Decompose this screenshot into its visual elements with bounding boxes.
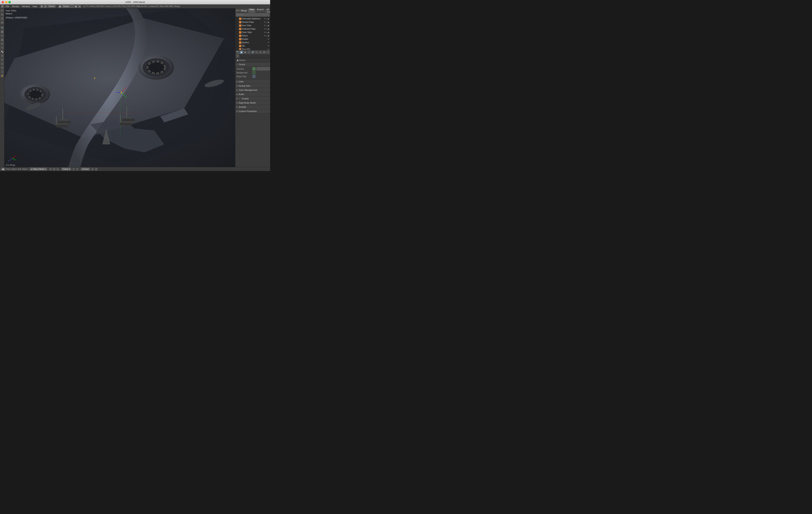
tab-all-scenes[interactable]: All Scenes — [265, 8, 270, 13]
toolbar-surface[interactable]: ◉ — [0, 38, 4, 42]
screen-icon[interactable]: ⊡ — [44, 5, 47, 8]
menu-window[interactable]: Window — [21, 5, 31, 8]
toolbar-speaker[interactable]: ♪ — [0, 70, 4, 74]
toolbar-cursor[interactable]: ↖ — [0, 9, 4, 12]
render-icon[interactable]: ▷ — [266, 25, 267, 27]
tool-btn1[interactable]: ◎ — [91, 168, 94, 171]
toolbar-text[interactable]: T — [0, 46, 4, 50]
camera-color[interactable] — [252, 67, 256, 71]
viewport[interactable]: User Ortho Meters SStatus: UNDEFINED X Y… — [4, 8, 235, 167]
prop-particles-btn[interactable]: ⁛ — [266, 50, 270, 54]
render-icon[interactable]: ▷ — [266, 18, 267, 20]
toolbar-empty[interactable]: ✦ — [0, 58, 4, 62]
sel-icon[interactable]: ▣ — [267, 28, 269, 30]
outliner-item-pylons[interactable]: ▽ Pylons 👁 ▷ ▣ — [235, 34, 270, 37]
tool-btn2[interactable]: ⊞ — [94, 168, 98, 171]
section-header-simplify[interactable]: ▶ Simplify — [235, 105, 270, 109]
scene-icon[interactable]: ▣ — [58, 5, 61, 8]
outliner-item-rudder[interactable]: ▽ Rudder 👁 — [235, 37, 270, 41]
toolbar-camera[interactable]: ▷ — [0, 62, 4, 65]
sel-icon[interactable]: ▣ — [267, 25, 269, 27]
render-icon[interactable]: ▷ — [266, 35, 267, 37]
snap-btn[interactable]: ⊕ — [49, 168, 52, 171]
outliner-item-inner-slats[interactable]: ▽ Inner Slats 👁 ▷ ▣ — [235, 24, 270, 27]
outliner-search[interactable] — [236, 13, 269, 17]
outliner-item-tires[interactable]: ▽ Tires.003 👁 — [235, 48, 270, 50]
toolbar-lattice[interactable]: # — [0, 54, 4, 58]
sel-icon[interactable]: ▣ — [267, 35, 269, 37]
vis-icon[interactable]: 👁 — [267, 38, 269, 40]
toolbar-render[interactable]: 📷 — [0, 26, 4, 30]
section-header-rigid-body[interactable]: ▶ Rigid Body World — [235, 101, 270, 105]
toolbar-rotate[interactable]: ↺ — [0, 17, 4, 20]
vis-icon[interactable]: 👁 — [264, 18, 266, 20]
camera-input[interactable] — [256, 67, 270, 71]
vis-icon[interactable]: 👁 — [264, 21, 266, 23]
view-btn[interactable]: View — [6, 168, 10, 170]
magnet-btn[interactable]: ⊞ — [53, 168, 56, 171]
viewport-mode-btn[interactable]: ▣ — [1, 168, 5, 170]
prop-render-btn[interactable]: 📷 — [236, 50, 239, 54]
section-header-keying[interactable]: ▶ Keying Sets — [235, 84, 270, 88]
prop-obj-btn[interactable]: ▽ — [247, 50, 251, 54]
menu-file[interactable]: File — [4, 5, 10, 8]
prop-constraints-btn[interactable]: 🔗 — [251, 50, 255, 54]
toolbar-metaball[interactable]: ● — [0, 42, 4, 46]
toolbar-lamp[interactable]: ☀ — [0, 66, 4, 70]
toolbar-transform[interactable]: ⊕ — [0, 13, 4, 17]
minimize-button[interactable] — [5, 1, 7, 3]
outliner-item-tail[interactable]: ▽ Tail 👁 — [235, 44, 270, 48]
select-btn[interactable]: Select — [11, 168, 17, 170]
scene-input[interactable]: Scene — [62, 5, 74, 8]
object-mode-btn[interactable]: ● Object Mode ▾ — [30, 168, 47, 170]
toolbar-mesh[interactable]: ▣ — [0, 30, 4, 34]
render-icon[interactable]: ▷ — [266, 21, 267, 23]
vis-icon[interactable]: 👁 — [267, 42, 269, 44]
scene-icon2[interactable]: ◉ — [74, 5, 78, 8]
section-header-scene[interactable]: ▼ Scene — [235, 62, 270, 66]
vis-icon[interactable]: 👁 — [267, 48, 269, 50]
vis-icon[interactable]: 👁 — [267, 45, 269, 47]
menu-help[interactable]: Help — [31, 5, 38, 8]
proportional-btn[interactable]: ◎ — [56, 168, 59, 171]
section-header-gravity[interactable]: ▶ ✓ Gravity — [235, 97, 270, 101]
prop-texture-btn[interactable]: ⊞ — [262, 50, 266, 54]
outliner-item-outboard-flaps[interactable]: ▽ Outboard Flaps 👁 ▷ ▣ — [235, 27, 270, 31]
outliner-item-outer-slats[interactable]: ▽ Outer Slats 👁 ▷ ▣ — [235, 31, 270, 34]
section-header-custom-props[interactable]: ▶ Custom Properties — [235, 109, 270, 113]
engine-badge[interactable]: Default — [47, 5, 56, 8]
grid-btn2[interactable]: # — [76, 168, 79, 171]
render-icon[interactable]: ▷ — [266, 28, 267, 30]
section-header-color-mgmt[interactable]: ▶ Color Management — [235, 88, 270, 92]
prop-data-btn[interactable]: △ — [255, 50, 258, 54]
sel-icon[interactable]: ▣ — [267, 21, 269, 23]
blender-icon[interactable]: B — [1, 5, 4, 8]
prop-scene-btn[interactable]: ▣ — [239, 50, 243, 54]
sel-icon[interactable]: ▣ — [267, 18, 269, 20]
tab-search[interactable]: Search — [256, 8, 265, 13]
prop-world-btn[interactable]: ◉ — [243, 50, 247, 54]
maximize-button[interactable] — [8, 1, 11, 3]
section-header-units[interactable]: ▶ Units — [235, 80, 270, 84]
sel-icon[interactable]: ▣ — [267, 31, 269, 33]
render-icon[interactable]: ▷ — [266, 31, 267, 33]
close-button[interactable] — [2, 1, 4, 3]
global-mode-btn[interactable]: Global ▾ — [61, 168, 71, 170]
object-btn[interactable]: Object — [22, 168, 28, 170]
scene-icon3[interactable]: ✕ — [78, 5, 81, 8]
toolbar-force[interactable]: ⚡ — [0, 74, 4, 78]
outliner-item-inboard-flaps[interactable]: ▽ Inboard Flaps 👁 ▷ ▣ — [235, 20, 270, 24]
window-controls[interactable] — [2, 1, 11, 3]
layout-icon[interactable]: ⊞ — [40, 5, 44, 8]
section-header-audio[interactable]: ▶ Audio — [235, 92, 270, 96]
grid-btn[interactable]: # — [72, 168, 75, 171]
outliner-item-horizontal-stabilizers[interactable]: ▽ Horizontal Stabilizers 👁 ▷ ▣ — [235, 17, 270, 20]
vis-icon[interactable]: 👁 — [264, 35, 266, 37]
toolbar-armature[interactable]: 🦴 — [0, 50, 4, 54]
tab-view[interactable]: View — [248, 8, 255, 13]
add-btn[interactable]: Add — [18, 168, 21, 170]
vis-icon[interactable]: 👁 — [264, 25, 266, 27]
toolbar-curve[interactable]: 〜 — [0, 34, 4, 37]
outliner-item-spoilers[interactable]: ▽ Spoilers 👁 — [235, 41, 270, 44]
closest-btn[interactable]: Closest — [81, 168, 90, 170]
